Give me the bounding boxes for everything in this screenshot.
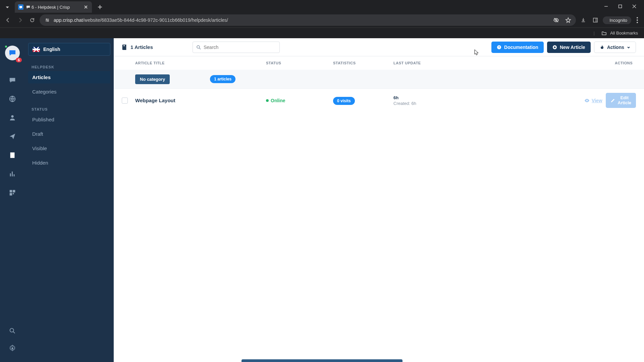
col-status: STATUS	[266, 61, 333, 65]
chevron-down-icon	[5, 5, 9, 9]
search-field[interactable]	[193, 42, 280, 53]
rail-helpdesk[interactable]	[8, 151, 17, 160]
eye-icon	[584, 98, 590, 103]
nav-rail: 6	[0, 38, 25, 362]
sidebar-item-hidden[interactable]: Hidden	[28, 157, 110, 169]
svg-rect-2	[593, 18, 597, 22]
rail-settings[interactable]	[9, 345, 16, 353]
svg-text:?: ?	[498, 46, 500, 49]
rail-campaigns[interactable]	[8, 132, 17, 141]
article-count: 1 Articles	[130, 44, 153, 50]
actions-button[interactable]: Actions	[594, 42, 636, 53]
bookmarks-row: | All Bookmarks	[0, 27, 644, 38]
article-stats: 0 visits	[333, 98, 393, 104]
address-row: app.crisp.chat/website/6833ae5b-844d-4c9…	[0, 13, 644, 27]
window-minimize[interactable]	[604, 4, 608, 9]
svg-point-15	[586, 100, 588, 101]
tab-title: 6 - Helpdesk | Crisp	[26, 5, 70, 10]
svg-point-10	[11, 347, 13, 349]
svg-rect-8	[13, 193, 14, 194]
article-row: Webpage Layout Online 0 visits 6h Create…	[114, 88, 644, 112]
rail-search[interactable]	[9, 327, 16, 336]
window-maximize[interactable]	[618, 4, 623, 9]
fire-icon	[600, 45, 604, 50]
presence-indicator	[4, 45, 8, 48]
svg-point-11	[197, 46, 200, 48]
rail-plugins[interactable]	[8, 188, 17, 197]
sidebar-item-draft[interactable]: Draft	[28, 128, 110, 140]
plus-icon	[98, 5, 102, 9]
address-bar[interactable]: app.crisp.chat/website/6833ae5b-844d-4c9…	[40, 14, 576, 26]
col-stats: STATISTICS	[333, 61, 393, 65]
pencil-icon	[610, 98, 615, 103]
edit-article-button[interactable]: EditArticle	[606, 93, 636, 108]
svg-point-9	[10, 328, 14, 332]
category-count: 1 articles	[210, 75, 235, 83]
svg-rect-7	[10, 193, 12, 195]
sidebar-item-categories[interactable]: Categories	[28, 85, 110, 98]
svg-rect-0	[619, 5, 622, 8]
incognito-badge[interactable]: Incognito	[603, 16, 631, 24]
window-close[interactable]	[632, 4, 637, 9]
sidebar-item-visible[interactable]: Visible	[28, 142, 110, 155]
col-update: LAST UPDATE	[393, 61, 467, 65]
folder-icon	[601, 31, 607, 36]
rail-globe[interactable]	[8, 95, 17, 103]
tab-search-button[interactable]	[2, 2, 13, 13]
documentation-button[interactable]: ? Documentation	[491, 42, 544, 53]
close-icon	[84, 5, 88, 9]
sidebar-item-articles[interactable]: Articles	[28, 71, 110, 83]
status-dot-icon	[266, 99, 269, 102]
section-header-status: STATUS	[28, 107, 110, 111]
nav-reload[interactable]	[28, 15, 37, 25]
plus-circle-icon	[552, 45, 557, 50]
new-article-button[interactable]: New Article	[547, 42, 591, 53]
bookmark-star-icon[interactable]	[565, 17, 571, 23]
col-title: ARTICLE TITLE	[122, 61, 266, 65]
language-selector[interactable]: English	[28, 43, 110, 56]
tab-bar: 6 - Helpdesk | Crisp	[0, 0, 644, 13]
eye-off-icon[interactable]	[553, 17, 559, 23]
rail-analytics[interactable]	[8, 170, 17, 178]
search-input[interactable]	[204, 45, 276, 50]
search-icon	[196, 45, 201, 50]
sidebar-item-published[interactable]: Published	[28, 113, 110, 126]
chat-bubble-icon	[26, 5, 30, 9]
view-link[interactable]: View	[584, 98, 602, 103]
all-bookmarks-link[interactable]: All Bookmarks	[610, 31, 638, 36]
site-settings-icon[interactable]	[44, 17, 50, 23]
svg-rect-6	[13, 190, 15, 192]
chat-icon	[8, 49, 16, 57]
app-root: 6 English HELPDESK Articles Categories S…	[0, 38, 644, 362]
tab-favicon	[18, 4, 23, 10]
user-avatar[interactable]: 6	[5, 46, 20, 60]
sidepanel-icon[interactable]	[591, 15, 600, 25]
url-text: app.crisp.chat/website/6833ae5b-844d-4c9…	[54, 17, 228, 23]
bottom-accent-bar	[241, 359, 402, 362]
topbar: 1 Articles ? Documentation New Article A…	[114, 38, 644, 56]
browser-menu[interactable]	[634, 17, 641, 23]
tab-close-button[interactable]	[83, 4, 89, 10]
book-icon	[122, 44, 127, 50]
rail-inbox[interactable]	[8, 76, 17, 84]
chevron-down-icon	[627, 46, 630, 49]
nav-forward[interactable]	[15, 15, 25, 25]
language-label: English	[43, 47, 60, 52]
row-checkbox[interactable]	[122, 98, 128, 104]
category-badge: No category	[135, 74, 170, 84]
help-icon: ?	[497, 45, 501, 50]
table-header: ARTICLE TITLE STATUS STATISTICS LAST UPD…	[114, 56, 644, 70]
browser-chrome: 6 - Helpdesk | Crisp app.crisp.chat/webs…	[0, 0, 644, 38]
browser-tab[interactable]: 6 - Helpdesk | Crisp	[15, 1, 92, 13]
article-updated: 6h Created: 6h	[393, 95, 467, 106]
sidebar: English HELPDESK Articles Categories STA…	[25, 38, 114, 362]
new-tab-button[interactable]	[95, 2, 105, 12]
category-row[interactable]: No category 1 articles	[114, 70, 644, 88]
section-header-helpdesk: HELPDESK	[28, 65, 110, 69]
article-title[interactable]: Webpage Layout	[135, 98, 266, 103]
main-panel: 1 Articles ? Documentation New Article A…	[114, 38, 644, 362]
rail-contacts[interactable]	[8, 113, 17, 122]
downloads-icon[interactable]	[579, 15, 588, 25]
notification-badge: 6	[16, 58, 22, 62]
nav-back[interactable]	[3, 15, 13, 25]
